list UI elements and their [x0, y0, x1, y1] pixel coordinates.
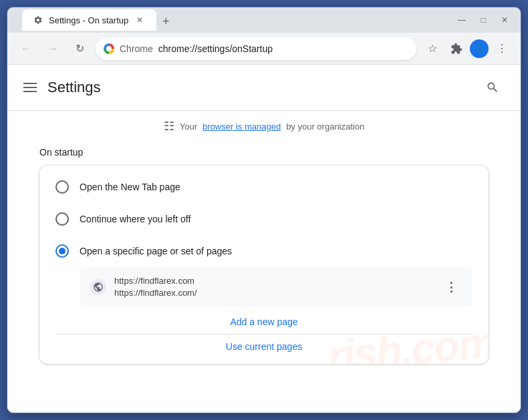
site-url-1: https://findflarex.com: [114, 275, 432, 287]
option-specific[interactable]: Open a specific page or set of pages: [39, 235, 489, 267]
tab-bar: Settings - On startup ✕ +: [19, 9, 447, 31]
window-controls-right: — □ ✕: [452, 11, 514, 29]
site-urls: https://findflarex.com https://findflare…: [114, 275, 432, 299]
add-new-page-link[interactable]: Add a new page: [230, 317, 297, 327]
chrome-menu-button[interactable]: ⋮: [491, 38, 513, 59]
option-continue-label: Continue where you left off: [80, 214, 190, 224]
tab-close-button[interactable]: ✕: [134, 14, 146, 26]
settings-header: Settings: [7, 65, 521, 111]
site-url-2: https://findflarex.com/: [114, 287, 432, 299]
close-button[interactable]: ✕: [495, 11, 514, 29]
option-specific-label: Open a specific page or set of pages: [80, 246, 232, 256]
active-tab[interactable]: Settings - On startup ✕: [22, 9, 156, 31]
page-title: Settings: [47, 79, 101, 96]
page-more-button[interactable]: ⋮: [440, 276, 462, 298]
managed-notice: ☷ Your browser is managed by your organi…: [7, 111, 521, 142]
user-avatar[interactable]: 👤: [470, 39, 489, 58]
address-bar[interactable]: Chrome chrome://settings/onStartup: [96, 37, 416, 60]
radio-continue[interactable]: [55, 212, 69, 226]
option-new-tab[interactable]: Open the New Tab page: [39, 171, 489, 203]
site-icon: [90, 279, 106, 295]
option-new-tab-label: Open the New Tab page: [80, 182, 180, 192]
page-entry: https://findflarex.com https://findflare…: [80, 267, 473, 307]
use-current-pages-link[interactable]: Use current pages: [226, 341, 302, 352]
add-new-page-link-container: Add a new page: [39, 310, 489, 334]
settings-title-area: Settings: [23, 79, 101, 96]
settings-search-button[interactable]: [481, 75, 505, 99]
managed-text: Your: [180, 122, 197, 132]
new-tab-button[interactable]: +: [156, 12, 175, 31]
managed-icon: ☷: [164, 119, 174, 134]
omnibox-bar: ← → ↻ Chrome chrome://settings/onStartup…: [7, 33, 521, 65]
bookmark-button[interactable]: ☆: [422, 38, 443, 59]
extensions-button[interactable]: [446, 38, 467, 59]
radio-new-tab[interactable]: [55, 180, 69, 194]
browser-window: Settings - On startup ✕ + — □ ✕ ← → ↻ Ch…: [7, 7, 521, 413]
chrome-logo-icon: [104, 43, 114, 54]
radio-specific[interactable]: [55, 244, 69, 258]
settings-tab-icon: [33, 15, 43, 25]
back-button[interactable]: ←: [15, 38, 37, 59]
use-current-pages-link-container: Use current pages: [39, 335, 489, 359]
startup-pages: https://findflarex.com https://findflare…: [80, 267, 473, 307]
managed-suffix: by your organization: [286, 122, 364, 132]
page-content: Settings ☷ Your browser is managed by yo…: [7, 65, 521, 413]
option-continue[interactable]: Continue where you left off: [39, 203, 489, 235]
section-title: On startup: [7, 142, 521, 166]
maximize-button[interactable]: □: [474, 11, 493, 29]
hamburger-menu-button[interactable]: [23, 83, 37, 92]
tab-title: Settings - On startup: [49, 15, 128, 25]
minimize-button[interactable]: —: [452, 11, 471, 29]
title-bar: Settings - On startup ✕ + — □ ✕: [7, 7, 521, 33]
managed-link[interactable]: browser is managed: [203, 122, 281, 132]
omnibox-url: chrome://settings/onStartup: [158, 43, 273, 54]
startup-card: Open the New Tab page Continue where you…: [39, 166, 489, 364]
chrome-brand: Chrome: [120, 43, 153, 54]
forward-button[interactable]: →: [42, 38, 63, 59]
refresh-button[interactable]: ↻: [69, 38, 90, 59]
omnibox-right-icons: ☆ 👤 ⋮: [422, 38, 513, 59]
